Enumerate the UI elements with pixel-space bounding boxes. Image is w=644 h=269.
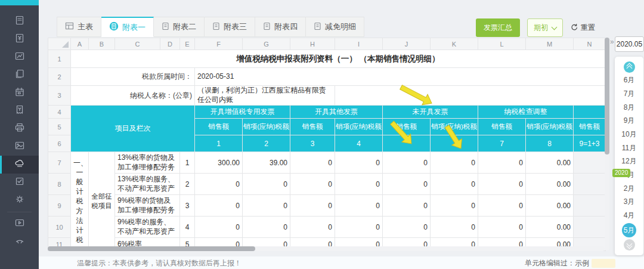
- cell-value[interactable]: 0: [478, 217, 526, 238]
- sidebar-item-checkout[interactable]: [0, 174, 39, 191]
- tab-schedule-4[interactable]: 附表四: [255, 17, 306, 37]
- row-header[interactable]: 7: [48, 152, 71, 174]
- taxpayer-value-cell[interactable]: （误删，利润为正）江西服宝精品有限责任公司内账: [195, 86, 335, 106]
- column-header[interactable]: E: [180, 38, 195, 50]
- horizontal-scrollbar-thumb[interactable]: [48, 246, 255, 251]
- column-header[interactable]: D: [160, 38, 180, 50]
- sidebar-item-tax-filing[interactable]: [0, 156, 39, 174]
- data-row: 8 13%税率的服务、不动产和无形资产 2 0 0 0 0 0 0 0 0.00: [48, 174, 606, 195]
- row-header[interactable]: 4: [48, 106, 71, 119]
- period-value-cell[interactable]: 2020-05-31: [195, 68, 606, 86]
- empty-cell[interactable]: [335, 86, 606, 106]
- collapse-panel-icon[interactable]: »: [610, 38, 614, 46]
- cell-value[interactable]: 0: [243, 174, 290, 195]
- cell-value[interactable]: 0: [431, 152, 478, 174]
- sidebar-item-calendar[interactable]: [0, 84, 39, 102]
- column-header[interactable]: J: [383, 38, 431, 50]
- sidebar-item-settings[interactable]: [0, 191, 39, 209]
- column-header[interactable]: B: [89, 38, 115, 50]
- row-header[interactable]: 1: [48, 50, 71, 68]
- cell-value[interactable]: 0: [431, 195, 478, 217]
- month-item[interactable]: 11月: [622, 142, 636, 154]
- cell-value[interactable]: 0: [290, 195, 335, 217]
- cell-value[interactable]: 0: [383, 174, 431, 195]
- cell-value[interactable]: 0.00: [526, 195, 574, 217]
- cell-value[interactable]: 0: [383, 152, 431, 174]
- cell-value[interactable]: 0: [383, 195, 431, 217]
- month-item[interactable]: 2月: [624, 183, 635, 194]
- month-item[interactable]: 9月: [624, 115, 635, 127]
- cell-value[interactable]: 0: [431, 217, 478, 238]
- month-item[interactable]: 3月: [624, 196, 635, 208]
- cell-value[interactable]: 0: [478, 195, 526, 217]
- cell-value[interactable]: 39.00: [243, 152, 290, 174]
- sidebar-item-service[interactable]: [0, 233, 39, 251]
- cell-value[interactable]: 0: [195, 195, 243, 217]
- cell-value[interactable]: 0: [335, 152, 383, 174]
- sidebar-item-invoice[interactable]: [0, 120, 39, 138]
- column-header[interactable]: L: [478, 38, 526, 50]
- row-header[interactable]: 5: [48, 119, 71, 135]
- cell-value[interactable]: 0: [243, 195, 290, 217]
- tab-main-sheet[interactable]: 主表: [57, 17, 101, 37]
- sidebar-item-cash[interactable]: [0, 30, 39, 48]
- month-item-selected[interactable]: 5月: [622, 223, 636, 237]
- scroll-down-icon[interactable]: [624, 239, 635, 251]
- row-header[interactable]: 8: [48, 174, 71, 195]
- cell-value[interactable]: 0.00: [526, 174, 574, 195]
- month-item[interactable]: 10月: [621, 128, 636, 140]
- column-header[interactable]: M: [526, 38, 574, 50]
- sidebar-item-tutorial[interactable]: [0, 215, 39, 233]
- tab-schedule-2[interactable]: 附表二: [154, 17, 205, 37]
- vertical-scrollbar-thumb[interactable]: [605, 38, 609, 154]
- month-item[interactable]: 7月: [624, 88, 635, 100]
- cell-value[interactable]: 0: [335, 217, 383, 238]
- reset-button[interactable]: 重置: [570, 23, 595, 33]
- row-header[interactable]: 2: [48, 68, 71, 86]
- sidebar-item-ledger[interactable]: [0, 13, 39, 30]
- row-header[interactable]: 9: [48, 195, 71, 217]
- cell-value[interactable]: 0: [335, 195, 383, 217]
- cell-value[interactable]: 0: [478, 174, 526, 195]
- column-header[interactable]: F: [195, 38, 243, 50]
- sidebar-item-voucher[interactable]: [0, 102, 39, 120]
- row-header[interactable]: 10: [48, 217, 71, 238]
- cell-value[interactable]: 0: [290, 174, 335, 195]
- row-header[interactable]: 3: [48, 86, 71, 106]
- cell-value[interactable]: 0: [243, 217, 290, 238]
- cell-value[interactable]: 0.00: [526, 152, 574, 174]
- month-item[interactable]: 12月: [621, 156, 636, 168]
- column-header[interactable]: N: [574, 38, 606, 50]
- tab-schedule-1[interactable]: 附表一: [101, 17, 154, 37]
- select-all-corner[interactable]: [48, 38, 71, 50]
- column-header[interactable]: A: [71, 38, 89, 50]
- scroll-up-icon[interactable]: [624, 61, 635, 73]
- column-header[interactable]: G: [243, 38, 290, 50]
- tab-exemption-detail[interactable]: 减免明细: [306, 17, 364, 37]
- current-period-box[interactable]: 2020.05: [615, 36, 644, 52]
- cell-value[interactable]: 0: [431, 174, 478, 195]
- tab-schedule-3[interactable]: 附表三: [205, 17, 255, 37]
- sidebar-item-statements[interactable]: [0, 138, 39, 156]
- period-initial-dropdown[interactable]: 期初: [527, 18, 563, 37]
- cell-value[interactable]: 300.00: [195, 152, 243, 174]
- month-item[interactable]: 6月: [624, 75, 635, 86]
- cell-value[interactable]: 0: [290, 152, 335, 174]
- column-header[interactable]: K: [431, 38, 478, 50]
- cell-value[interactable]: 0: [195, 217, 243, 238]
- month-item[interactable]: 8月: [624, 101, 635, 113]
- cell-value[interactable]: 0: [195, 174, 243, 195]
- column-header[interactable]: C: [115, 38, 160, 50]
- sidebar-item-reports[interactable]: [0, 48, 39, 66]
- column-header[interactable]: I: [335, 38, 383, 50]
- column-header[interactable]: H: [290, 38, 335, 50]
- cell-value[interactable]: 0: [290, 217, 335, 238]
- cell-value[interactable]: 0: [335, 174, 383, 195]
- cell-value[interactable]: 0: [478, 152, 526, 174]
- cell-value[interactable]: 0: [383, 217, 431, 238]
- month-item[interactable]: 4月: [624, 210, 635, 222]
- row-header[interactable]: 6: [48, 135, 71, 152]
- cell-value[interactable]: 0.00: [526, 217, 574, 238]
- sidebar-item-documents[interactable]: [0, 66, 39, 84]
- invoice-summary-button[interactable]: 发票汇总: [476, 18, 520, 37]
